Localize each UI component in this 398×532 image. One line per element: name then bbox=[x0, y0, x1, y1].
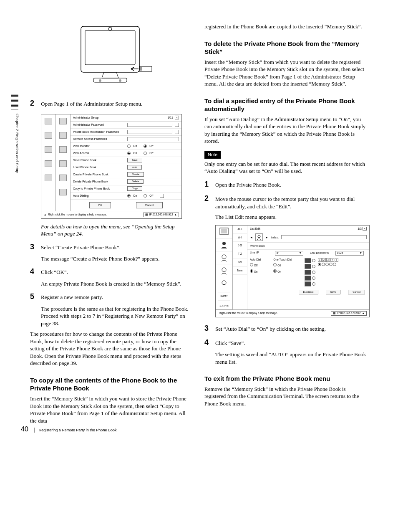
autodial-on-radio[interactable] bbox=[127, 194, 131, 198]
body-paragraph: Remove the “Memory Stick” in which the P… bbox=[204, 385, 368, 408]
load-button[interactable]: Load bbox=[127, 165, 142, 170]
footer-title: Registering a Remote Party in the Phone … bbox=[34, 428, 117, 433]
help-text: Right-click the mouse to display a help … bbox=[48, 213, 107, 216]
duplicate-button[interactable]: Duplicate bbox=[299, 290, 318, 294]
right-column: registered in the Phone Book are copied … bbox=[204, 23, 368, 424]
row-label: Create Private Phone Book bbox=[73, 172, 127, 176]
subheading: To delete the Private Phone Book from th… bbox=[204, 40, 368, 56]
svg-point-10 bbox=[222, 242, 226, 245]
side-icon bbox=[59, 160, 67, 167]
svg-rect-0 bbox=[81, 26, 139, 72]
webmon-on-radio[interactable] bbox=[127, 144, 131, 148]
autodial-on-radio[interactable] bbox=[250, 269, 253, 273]
ip-label: IP:012.345.678.912 bbox=[149, 213, 173, 217]
step-sub: The message “Create a Private Phone Book… bbox=[41, 255, 190, 263]
network-icon: ▦ bbox=[145, 213, 148, 217]
autodial-off-radio[interactable] bbox=[144, 194, 147, 198]
body-paragraph: Insert the “Memory Stick” from which you… bbox=[204, 58, 368, 88]
cancel-button[interactable]: Cancel bbox=[348, 290, 365, 294]
onetouch-off-radio[interactable] bbox=[273, 263, 277, 266]
pb-password-input[interactable] bbox=[127, 130, 172, 134]
tab-new[interactable]: New bbox=[233, 267, 247, 275]
onetouch-on-radio[interactable] bbox=[273, 269, 277, 273]
admin-password-input[interactable] bbox=[127, 123, 172, 127]
body-paragraph: Insert the “Memory Stick” in which you w… bbox=[30, 395, 190, 424]
svg-rect-7 bbox=[140, 67, 142, 71]
tab-09[interactable]: 0-9 bbox=[233, 258, 247, 267]
row-label: Remote Access Password bbox=[73, 137, 127, 141]
index-label: Index: bbox=[271, 236, 279, 239]
ok-button[interactable]: OK bbox=[89, 202, 111, 208]
delete-button[interactable]: Delete bbox=[127, 179, 144, 184]
step-number: 4 bbox=[204, 337, 215, 347]
cancel-button[interactable]: Cancel bbox=[136, 202, 163, 208]
step-text: Move the mouse cursor to the remote part… bbox=[215, 195, 368, 210]
list-edit-figure: EMPTY 1 2 3 4 5 ALL A-I J-S T-Z 0-9 New … bbox=[215, 225, 370, 317]
remote-password-input[interactable] bbox=[127, 137, 179, 141]
save-button[interactable]: Save bbox=[326, 290, 341, 294]
chapter-label: Chapter 2 Registration and Setup bbox=[15, 114, 20, 173]
webmon-off-radio[interactable] bbox=[144, 144, 147, 148]
subheading: To dial a specified entry of the Private… bbox=[204, 97, 368, 113]
index-input[interactable] bbox=[281, 235, 367, 239]
side-icon bbox=[59, 132, 67, 139]
create-button[interactable]: Create bbox=[127, 172, 144, 177]
step-text: Open Page 1 of the Administrator Setup m… bbox=[41, 100, 190, 108]
lan-label: LAN Bandwidth bbox=[310, 251, 329, 255]
cross-ref-note: For details on how to open the menu, see… bbox=[41, 223, 190, 238]
empty-slot: EMPTY bbox=[216, 290, 232, 303]
preset-thumbs bbox=[305, 258, 315, 286]
subheading: To exit from the Private Phone Book menu bbox=[204, 375, 368, 383]
prev-icon[interactable]: ◄ bbox=[250, 236, 253, 239]
step-text: Select “Create Private Phone Book”. bbox=[41, 244, 190, 251]
side-icon bbox=[45, 160, 52, 167]
thumb-slot bbox=[216, 277, 232, 290]
lock-icon bbox=[175, 123, 179, 127]
tab-all[interactable]: ALL bbox=[233, 225, 247, 234]
thumb-slot bbox=[216, 264, 232, 277]
side-icon bbox=[59, 146, 67, 153]
tab-js[interactable]: J-S bbox=[233, 242, 247, 250]
side-icon bbox=[45, 132, 52, 139]
webacc-off-radio[interactable] bbox=[144, 152, 147, 155]
close-icon[interactable]: × bbox=[175, 116, 179, 119]
row-label: Load Phone Book bbox=[73, 165, 127, 169]
autodial-off-radio[interactable] bbox=[250, 263, 253, 266]
tab-tz[interactable]: T-Z bbox=[233, 250, 247, 258]
lan-dropdown[interactable]: 1024▼ bbox=[335, 251, 364, 256]
side-icon bbox=[59, 118, 67, 124]
side-icon bbox=[59, 175, 67, 181]
page-footer: 40 Registering a Remote Party in the Pho… bbox=[21, 425, 116, 434]
listedit-title: List Edit bbox=[250, 227, 260, 231]
note-body: Only one entry can be set for auto dial.… bbox=[204, 160, 368, 175]
step-text: Click “Save”. bbox=[215, 339, 368, 347]
body-paragraph: If you set “Auto Dialing” in the Adminis… bbox=[204, 116, 368, 145]
avatar-icon bbox=[255, 233, 263, 241]
row-label: Web Monitor bbox=[73, 144, 127, 148]
copy-button[interactable]: Copy bbox=[127, 186, 142, 191]
admin-setup-figure: Administrator Setup 1/11 × Administrator… bbox=[41, 114, 182, 218]
close-icon[interactable]: × bbox=[363, 227, 367, 231]
step-text: Open the Private Phone Book. bbox=[215, 181, 368, 189]
step-number: 2 bbox=[204, 193, 215, 203]
phonebook-label: Phone Book bbox=[247, 243, 369, 250]
pager: 1 2 3 4 5 bbox=[216, 303, 232, 309]
tab-ai[interactable]: A-I bbox=[233, 234, 247, 242]
line-dropdown[interactable]: IP▼ bbox=[275, 251, 303, 256]
side-icon bbox=[45, 118, 52, 124]
svg-rect-2 bbox=[93, 78, 127, 82]
svg-point-3 bbox=[108, 27, 112, 30]
step-number: 3 bbox=[30, 242, 41, 252]
network-icon: ▦ bbox=[333, 312, 336, 315]
line-label: Line I/F bbox=[250, 251, 272, 256]
page-icon bbox=[175, 130, 179, 134]
admin-title: Administrator Setup bbox=[73, 116, 98, 119]
row-label: Administrator Password bbox=[73, 123, 127, 127]
ip-label: IP:012.345.678.912 bbox=[337, 312, 361, 315]
save-button[interactable]: Save bbox=[127, 158, 142, 162]
admin-side-icons-2 bbox=[56, 114, 71, 210]
body-paragraph: The procedures for how to change the con… bbox=[30, 330, 190, 367]
next-icon[interactable]: ► bbox=[265, 236, 268, 239]
svg-point-11 bbox=[222, 255, 226, 259]
webacc-on-radio[interactable] bbox=[127, 152, 131, 155]
